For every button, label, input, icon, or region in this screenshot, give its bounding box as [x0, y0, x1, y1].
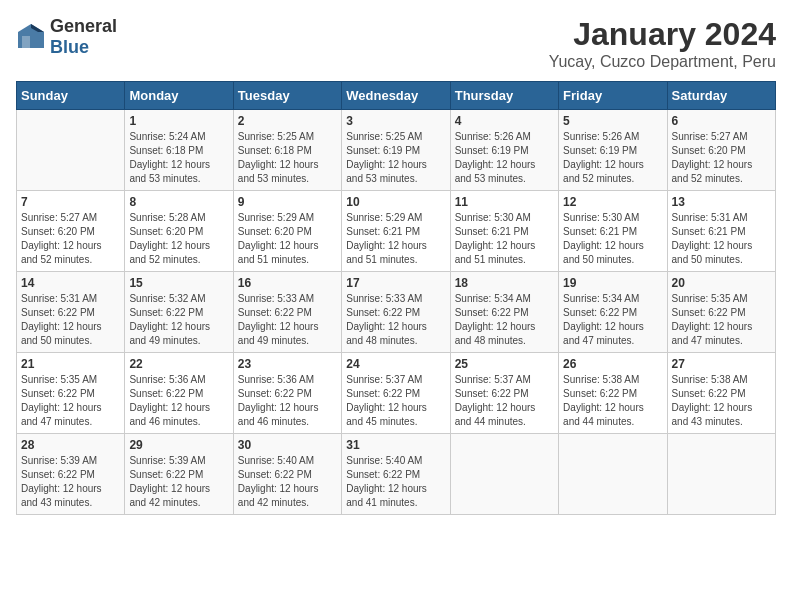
calendar-cell: 4Sunrise: 5:26 AM Sunset: 6:19 PM Daylig…: [450, 110, 558, 191]
logo: General Blue: [16, 16, 117, 58]
weekday-header-saturday: Saturday: [667, 82, 775, 110]
day-info: Sunrise: 5:40 AM Sunset: 6:22 PM Dayligh…: [238, 454, 337, 510]
calendar-cell: 5Sunrise: 5:26 AM Sunset: 6:19 PM Daylig…: [559, 110, 667, 191]
day-number: 21: [21, 357, 120, 371]
day-info: Sunrise: 5:36 AM Sunset: 6:22 PM Dayligh…: [129, 373, 228, 429]
calendar-cell: 12Sunrise: 5:30 AM Sunset: 6:21 PM Dayli…: [559, 191, 667, 272]
calendar-week-row: 1Sunrise: 5:24 AM Sunset: 6:18 PM Daylig…: [17, 110, 776, 191]
calendar-cell: 16Sunrise: 5:33 AM Sunset: 6:22 PM Dayli…: [233, 272, 341, 353]
day-number: 5: [563, 114, 662, 128]
day-number: 9: [238, 195, 337, 209]
calendar-week-row: 21Sunrise: 5:35 AM Sunset: 6:22 PM Dayli…: [17, 353, 776, 434]
day-info: Sunrise: 5:35 AM Sunset: 6:22 PM Dayligh…: [21, 373, 120, 429]
calendar-cell: 14Sunrise: 5:31 AM Sunset: 6:22 PM Dayli…: [17, 272, 125, 353]
svg-rect-2: [22, 36, 30, 48]
day-number: 20: [672, 276, 771, 290]
day-info: Sunrise: 5:37 AM Sunset: 6:22 PM Dayligh…: [455, 373, 554, 429]
calendar-cell: [667, 434, 775, 515]
day-info: Sunrise: 5:26 AM Sunset: 6:19 PM Dayligh…: [563, 130, 662, 186]
day-info: Sunrise: 5:40 AM Sunset: 6:22 PM Dayligh…: [346, 454, 445, 510]
calendar-cell: 25Sunrise: 5:37 AM Sunset: 6:22 PM Dayli…: [450, 353, 558, 434]
title-block: January 2024 Yucay, Cuzco Department, Pe…: [549, 16, 776, 71]
day-info: Sunrise: 5:29 AM Sunset: 6:21 PM Dayligh…: [346, 211, 445, 267]
calendar-cell: 15Sunrise: 5:32 AM Sunset: 6:22 PM Dayli…: [125, 272, 233, 353]
day-number: 3: [346, 114, 445, 128]
weekday-header-row: SundayMondayTuesdayWednesdayThursdayFrid…: [17, 82, 776, 110]
calendar-cell: 10Sunrise: 5:29 AM Sunset: 6:21 PM Dayli…: [342, 191, 450, 272]
calendar-cell: 22Sunrise: 5:36 AM Sunset: 6:22 PM Dayli…: [125, 353, 233, 434]
calendar-cell: 17Sunrise: 5:33 AM Sunset: 6:22 PM Dayli…: [342, 272, 450, 353]
day-info: Sunrise: 5:30 AM Sunset: 6:21 PM Dayligh…: [563, 211, 662, 267]
day-info: Sunrise: 5:31 AM Sunset: 6:22 PM Dayligh…: [21, 292, 120, 348]
calendar-cell: 3Sunrise: 5:25 AM Sunset: 6:19 PM Daylig…: [342, 110, 450, 191]
day-info: Sunrise: 5:27 AM Sunset: 6:20 PM Dayligh…: [21, 211, 120, 267]
day-number: 14: [21, 276, 120, 290]
calendar-cell: 30Sunrise: 5:40 AM Sunset: 6:22 PM Dayli…: [233, 434, 341, 515]
day-number: 2: [238, 114, 337, 128]
calendar-cell: 29Sunrise: 5:39 AM Sunset: 6:22 PM Dayli…: [125, 434, 233, 515]
day-number: 13: [672, 195, 771, 209]
day-number: 17: [346, 276, 445, 290]
day-number: 19: [563, 276, 662, 290]
calendar-cell: 13Sunrise: 5:31 AM Sunset: 6:21 PM Dayli…: [667, 191, 775, 272]
day-info: Sunrise: 5:29 AM Sunset: 6:20 PM Dayligh…: [238, 211, 337, 267]
calendar-cell: 18Sunrise: 5:34 AM Sunset: 6:22 PM Dayli…: [450, 272, 558, 353]
calendar-cell: 1Sunrise: 5:24 AM Sunset: 6:18 PM Daylig…: [125, 110, 233, 191]
day-number: 7: [21, 195, 120, 209]
day-number: 15: [129, 276, 228, 290]
weekday-header-wednesday: Wednesday: [342, 82, 450, 110]
day-number: 30: [238, 438, 337, 452]
calendar-cell: 2Sunrise: 5:25 AM Sunset: 6:18 PM Daylig…: [233, 110, 341, 191]
calendar-cell: 7Sunrise: 5:27 AM Sunset: 6:20 PM Daylig…: [17, 191, 125, 272]
weekday-header-monday: Monday: [125, 82, 233, 110]
day-number: 22: [129, 357, 228, 371]
day-info: Sunrise: 5:27 AM Sunset: 6:20 PM Dayligh…: [672, 130, 771, 186]
day-number: 28: [21, 438, 120, 452]
logo-icon: [16, 22, 46, 52]
calendar-week-row: 14Sunrise: 5:31 AM Sunset: 6:22 PM Dayli…: [17, 272, 776, 353]
calendar-cell: [450, 434, 558, 515]
calendar-cell: 8Sunrise: 5:28 AM Sunset: 6:20 PM Daylig…: [125, 191, 233, 272]
day-number: 25: [455, 357, 554, 371]
day-info: Sunrise: 5:37 AM Sunset: 6:22 PM Dayligh…: [346, 373, 445, 429]
weekday-header-sunday: Sunday: [17, 82, 125, 110]
day-info: Sunrise: 5:39 AM Sunset: 6:22 PM Dayligh…: [129, 454, 228, 510]
day-info: Sunrise: 5:34 AM Sunset: 6:22 PM Dayligh…: [455, 292, 554, 348]
calendar-week-row: 7Sunrise: 5:27 AM Sunset: 6:20 PM Daylig…: [17, 191, 776, 272]
day-number: 18: [455, 276, 554, 290]
weekday-header-thursday: Thursday: [450, 82, 558, 110]
calendar-week-row: 28Sunrise: 5:39 AM Sunset: 6:22 PM Dayli…: [17, 434, 776, 515]
calendar-table: SundayMondayTuesdayWednesdayThursdayFrid…: [16, 81, 776, 515]
day-info: Sunrise: 5:24 AM Sunset: 6:18 PM Dayligh…: [129, 130, 228, 186]
day-number: 31: [346, 438, 445, 452]
calendar-cell: 24Sunrise: 5:37 AM Sunset: 6:22 PM Dayli…: [342, 353, 450, 434]
day-number: 10: [346, 195, 445, 209]
day-info: Sunrise: 5:32 AM Sunset: 6:22 PM Dayligh…: [129, 292, 228, 348]
calendar-cell: 11Sunrise: 5:30 AM Sunset: 6:21 PM Dayli…: [450, 191, 558, 272]
calendar-cell: 21Sunrise: 5:35 AM Sunset: 6:22 PM Dayli…: [17, 353, 125, 434]
calendar-cell: 20Sunrise: 5:35 AM Sunset: 6:22 PM Dayli…: [667, 272, 775, 353]
calendar-cell: [17, 110, 125, 191]
day-number: 24: [346, 357, 445, 371]
day-number: 6: [672, 114, 771, 128]
day-info: Sunrise: 5:36 AM Sunset: 6:22 PM Dayligh…: [238, 373, 337, 429]
day-number: 16: [238, 276, 337, 290]
day-info: Sunrise: 5:33 AM Sunset: 6:22 PM Dayligh…: [346, 292, 445, 348]
day-info: Sunrise: 5:26 AM Sunset: 6:19 PM Dayligh…: [455, 130, 554, 186]
day-number: 12: [563, 195, 662, 209]
day-number: 8: [129, 195, 228, 209]
day-number: 1: [129, 114, 228, 128]
day-info: Sunrise: 5:38 AM Sunset: 6:22 PM Dayligh…: [563, 373, 662, 429]
logo-text: General Blue: [50, 16, 117, 58]
page-title: January 2024: [549, 16, 776, 53]
calendar-cell: 23Sunrise: 5:36 AM Sunset: 6:22 PM Dayli…: [233, 353, 341, 434]
day-number: 11: [455, 195, 554, 209]
calendar-cell: 27Sunrise: 5:38 AM Sunset: 6:22 PM Dayli…: [667, 353, 775, 434]
calendar-cell: 28Sunrise: 5:39 AM Sunset: 6:22 PM Dayli…: [17, 434, 125, 515]
page-subtitle: Yucay, Cuzco Department, Peru: [549, 53, 776, 71]
day-info: Sunrise: 5:28 AM Sunset: 6:20 PM Dayligh…: [129, 211, 228, 267]
logo-blue: Blue: [50, 37, 89, 57]
day-number: 23: [238, 357, 337, 371]
calendar-cell: 31Sunrise: 5:40 AM Sunset: 6:22 PM Dayli…: [342, 434, 450, 515]
day-info: Sunrise: 5:39 AM Sunset: 6:22 PM Dayligh…: [21, 454, 120, 510]
